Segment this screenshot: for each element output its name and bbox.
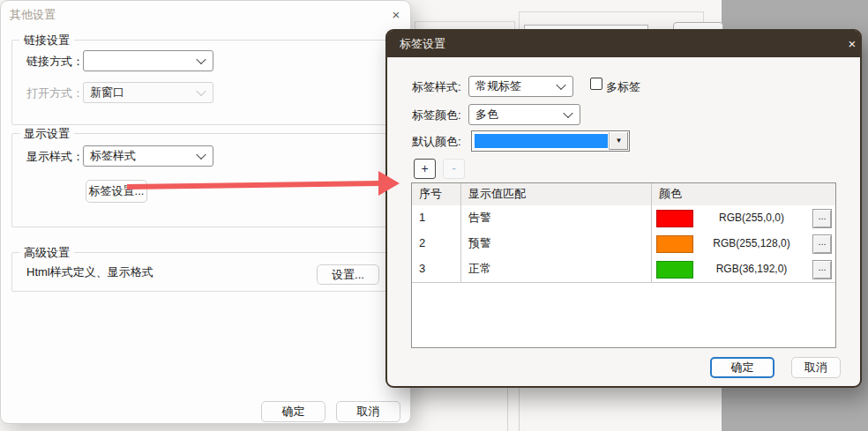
tag-color-dropdown[interactable]: 多色 bbox=[468, 104, 580, 125]
cell-color: RGB(255,128,0) ... bbox=[652, 231, 835, 256]
link-mode-dropdown[interactable] bbox=[83, 50, 213, 71]
table-row[interactable]: 1 告警 RGB(255,0,0) ... bbox=[412, 205, 835, 232]
table-header: 序号 显示值匹配 颜色 bbox=[412, 183, 835, 206]
chevron-down-icon bbox=[196, 86, 206, 96]
table-row[interactable]: 3 正常 RGB(36,192,0) ... bbox=[412, 256, 835, 283]
close-icon[interactable]: × bbox=[842, 34, 862, 54]
column-header-match[interactable]: 显示值匹配 bbox=[461, 183, 652, 205]
open-mode-dropdown: 新窗口 bbox=[83, 82, 213, 103]
dialog-titlebar[interactable]: 标签设置 × bbox=[387, 31, 860, 57]
dropdown-arrow-icon[interactable] bbox=[609, 132, 628, 150]
group-title: 链接设置 bbox=[19, 33, 74, 47]
tag-style-dropdown[interactable]: 常规标签 bbox=[468, 76, 573, 97]
display-settings-group: 显示设置 显示样式： 标签样式 标签设置... bbox=[11, 133, 400, 227]
default-color-swatch bbox=[475, 134, 608, 148]
cell-match: 预警 bbox=[461, 231, 652, 256]
add-row-button[interactable]: + bbox=[414, 159, 436, 179]
tag-settings-button[interactable]: 标签设置... bbox=[86, 180, 147, 203]
color-match-table: 序号 显示值匹配 颜色 1 告警 RGB(255,0,0) ... 2 预警 R… bbox=[411, 182, 836, 348]
screen: 其他设置 × 链接设置 链接方式： 打开方式： 新窗口 显示设置 显示样式： 标… bbox=[0, 0, 868, 431]
column-header-color[interactable]: 颜色 bbox=[652, 183, 835, 205]
link-mode-label: 链接方式： bbox=[26, 54, 84, 70]
dialog-title: 其他设置 bbox=[10, 7, 56, 23]
cell-color: RGB(36,192,0) ... bbox=[652, 256, 835, 282]
advanced-settings-group: 高级设置 Html样式定义、显示格式 设置... bbox=[11, 252, 400, 292]
cell-no: 1 bbox=[412, 205, 461, 231]
tag-style-label: 标签样式: bbox=[412, 79, 461, 95]
chevron-down-icon bbox=[196, 150, 206, 160]
chevron-down-icon bbox=[196, 55, 206, 64]
display-style-dropdown[interactable]: 标签样式 bbox=[83, 145, 213, 167]
rgb-value: RGB(255,128,0) bbox=[696, 231, 807, 256]
pick-color-button[interactable]: ... bbox=[812, 234, 832, 254]
link-settings-group: 链接设置 链接方式： 打开方式： 新窗口 bbox=[11, 40, 400, 125]
display-style-value: 标签样式 bbox=[90, 149, 136, 162]
multi-tag-label: 多标签 bbox=[606, 79, 640, 95]
rgb-value: RGB(255,0,0) bbox=[696, 205, 807, 230]
cell-match: 告警 bbox=[461, 205, 652, 231]
default-color-label: 默认颜色: bbox=[412, 134, 461, 150]
background-window-edge bbox=[519, 388, 520, 431]
other-settings-dialog: 其他设置 × 链接设置 链接方式： 打开方式： 新窗口 显示设置 显示样式： 标… bbox=[0, 0, 411, 424]
cancel-button[interactable]: 取消 bbox=[336, 401, 400, 422]
table-row[interactable]: 2 预警 RGB(255,128,0) ... bbox=[412, 231, 835, 257]
chevron-down-icon bbox=[563, 108, 572, 118]
close-icon[interactable]: × bbox=[386, 5, 406, 25]
default-color-combo[interactable] bbox=[471, 130, 630, 152]
remove-row-button[interactable]: - bbox=[443, 159, 465, 179]
cell-match: 正常 bbox=[461, 256, 652, 282]
tag-color-label: 标签颜色: bbox=[412, 108, 461, 123]
dialog-title: 标签设置 bbox=[400, 31, 445, 57]
group-title: 显示设置 bbox=[19, 127, 74, 140]
display-style-label: 显示样式： bbox=[26, 149, 84, 165]
cell-no: 2 bbox=[412, 231, 461, 256]
open-mode-label: 打开方式： bbox=[26, 85, 84, 101]
ok-button[interactable]: 确定 bbox=[710, 357, 774, 378]
cell-color: RGB(255,0,0) ... bbox=[652, 205, 835, 231]
pick-color-button[interactable]: ... bbox=[812, 260, 832, 279]
rgb-value: RGB(36,192,0) bbox=[696, 256, 807, 281]
multi-tag-checkbox[interactable] bbox=[590, 78, 602, 90]
column-header-no[interactable]: 序号 bbox=[412, 183, 461, 205]
pick-color-button[interactable]: ... bbox=[812, 209, 832, 228]
tag-color-value: 多色 bbox=[475, 108, 498, 121]
advanced-settings-button[interactable]: 设置... bbox=[317, 264, 379, 285]
cell-no: 3 bbox=[412, 256, 461, 282]
cancel-button[interactable]: 取消 bbox=[791, 357, 841, 378]
group-title: 高级设置 bbox=[19, 246, 74, 259]
color-swatch bbox=[656, 261, 693, 279]
chevron-down-icon bbox=[556, 80, 565, 90]
advanced-description: Html样式定义、显示格式 bbox=[26, 264, 153, 280]
color-swatch bbox=[656, 235, 693, 253]
color-swatch bbox=[656, 210, 693, 227]
tag-style-value: 常规标签 bbox=[475, 79, 521, 93]
tag-settings-dialog: 标签设置 × 标签样式: 常规标签 多标签 标签颜色: 多色 默认颜色: + -… bbox=[385, 29, 862, 388]
background-window-edge bbox=[507, 388, 508, 431]
open-mode-value: 新窗口 bbox=[90, 85, 124, 99]
ok-button[interactable]: 确定 bbox=[261, 401, 326, 422]
